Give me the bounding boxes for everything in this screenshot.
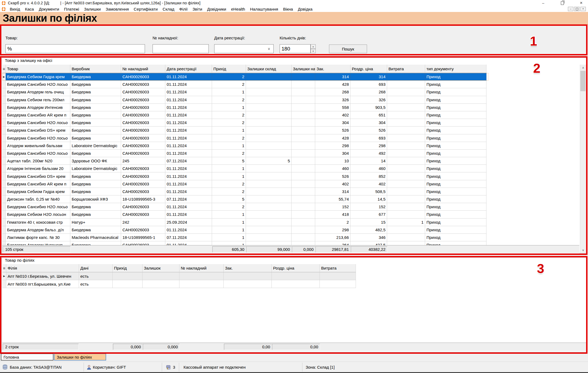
table-row[interactable]: Ацетал табл. 200мг N20Здоровье ООО ФК245… — [2, 157, 488, 165]
cell: 07.11.2024 — [165, 234, 212, 241]
column-header[interactable]: Прихід — [212, 65, 246, 73]
menu-item-13[interactable]: Налаштування — [248, 7, 281, 11]
cell: 298 — [350, 142, 387, 150]
table-row[interactable]: Биодерма Сансибио Н2О лосьоБиодермаСАН00… — [2, 119, 488, 127]
cell: САН00026003 — [121, 226, 165, 234]
menu-item-9[interactable]: Філії — [177, 7, 190, 11]
cell: Laboratoire Dermatologic — [70, 165, 121, 172]
column-header[interactable]: Витрата — [320, 264, 356, 272]
table-row[interactable]: Биодерма Себиом Н2О лосьонБиодермаСАН000… — [2, 211, 488, 218]
table-row[interactable]: Биодерма Атодерм гель очищБиодермаСАН000… — [2, 88, 488, 96]
tab-holovna[interactable]: Головна — [1, 353, 53, 361]
cell: 2 — [212, 203, 246, 211]
menu-item-11[interactable]: Довідники — [205, 7, 229, 11]
mdi-minimize-icon[interactable]: – — [568, 7, 573, 11]
menu-item-14[interactable]: Вікна — [281, 7, 296, 11]
menu-item-7[interactable]: Сертифікати — [131, 7, 160, 11]
cell — [272, 280, 320, 288]
menu-item-5[interactable]: Залишки — [82, 7, 103, 11]
mdi-close-icon[interactable]: × — [580, 7, 586, 11]
column-header[interactable]: Дані — [79, 264, 113, 272]
days-stepper[interactable] — [280, 44, 311, 53]
restore-icon[interactable] — [559, 1, 565, 5]
office-footer: 105 строк 605,30 99,000 0,000 29817,81 4… — [2, 245, 579, 253]
scroll-up-icon[interactable]: ∧ — [580, 65, 586, 71]
table-row[interactable]: Биодерма Атодерм бальз. д/лБиодермаСАН00… — [2, 226, 488, 234]
cell: 264 — [315, 241, 350, 245]
column-header[interactable]: Виробник — [70, 65, 121, 73]
table-row[interactable]: Биодерма Сансибио Н2О лосьоБиодермаСАН00… — [2, 81, 488, 88]
cell: 213,66 — [315, 234, 350, 241]
column-header[interactable]: № накладний — [121, 65, 165, 73]
table-row[interactable]: Биодерма Сансибио DS+ кремБиодермаСАН000… — [2, 172, 488, 180]
spin-down-icon[interactable]: ▼ — [311, 49, 316, 53]
column-header[interactable]: Філія — [6, 264, 79, 272]
cell: 304 — [315, 150, 350, 157]
table-row[interactable]: Биодерма Сансибио Н2О лосьоБиодермаСАН00… — [2, 134, 488, 142]
column-header[interactable]: Витрата — [387, 65, 425, 73]
table-row[interactable]: Биодерма Сансибио DS+ кремБиодермаСАН000… — [2, 127, 488, 134]
menu-item-2[interactable]: Каса — [23, 7, 36, 11]
cell: 2 — [212, 73, 246, 81]
cell: 01.11.2024 — [165, 96, 212, 104]
column-header[interactable]: Роздр. ціна — [350, 65, 387, 73]
table-row[interactable]: Биодерма Сансибио Н2О лосьоБиодермаСАН00… — [2, 203, 488, 211]
table-row[interactable]: Апт №003 пгт.Барышевка, ул.Киеесть — [2, 280, 356, 288]
menu-item-4[interactable]: Платежі — [62, 7, 82, 11]
menu-item-15[interactable]: Довідка — [295, 7, 315, 11]
table-row[interactable]: Дигоксин табл. 0,25 мг №40Борщаговский Х… — [2, 195, 488, 203]
table-row[interactable]: Биодерма Атодерм ИнтенсивБиодермаСАН0002… — [2, 104, 488, 111]
invoice-input[interactable] — [153, 44, 209, 53]
minimize-icon[interactable]: – — [540, 1, 546, 5]
window-title-doc: | - [Апт №003 смт.Баришівка, вул.Київськ… — [60, 1, 200, 5]
table-row[interactable]: Биодерма Атодерм ИнтенсивБиодермаСАН0002… — [2, 241, 488, 245]
column-header[interactable]: Роздр. ціна — [272, 264, 320, 272]
cell: Атодерм Інтенсив бальзам 20 — [6, 165, 70, 172]
cell: Лактимак форте капс. № 30 — [6, 234, 70, 241]
branch-total-zalishok: 0,000 — [143, 344, 180, 350]
table-row[interactable]: Биодерма Себиом гель 200млБиодермаСАН000… — [2, 96, 488, 104]
table-row[interactable]: Биодерма Сансибио AR крем пБиодермаСАН00… — [2, 111, 488, 119]
menu-item-6[interactable]: Замовлення — [103, 7, 131, 11]
date-label: Дата реестрації: — [214, 36, 245, 40]
column-header[interactable]: Залишки на — [292, 65, 315, 73]
scroll-down-icon[interactable]: ∨ — [580, 247, 586, 253]
spin-up-icon[interactable]: ▲ — [311, 44, 316, 49]
search-button[interactable]: Пошук — [329, 45, 367, 53]
menu-item-3[interactable]: Документи — [36, 7, 62, 11]
cell — [246, 188, 292, 195]
column-header[interactable]: Дата реестрації — [165, 65, 212, 73]
column-header[interactable]: Зак. — [224, 264, 272, 272]
table-row[interactable]: ▶Биодерма Себиом Гидра кремБиодермаСАН00… — [2, 73, 488, 81]
menu-item-8[interactable]: Склад — [160, 7, 177, 11]
column-header[interactable]: Зак. — [315, 65, 350, 73]
menu-item-10[interactable]: Звіти — [190, 7, 205, 11]
cell: 1 — [387, 219, 425, 226]
table-row[interactable]: Биодерма Сансибио Н2О лосьоБиодермаСАН00… — [2, 150, 488, 157]
close-icon[interactable]: × — [578, 0, 584, 6]
menu-item-1[interactable]: Вихід — [7, 7, 23, 11]
column-header[interactable]: Прихід — [113, 264, 143, 272]
column-header[interactable]: № накладний — [179, 264, 224, 272]
table-row[interactable]: Атодерм Інтенсив бальзам 20Laboratoire D… — [2, 165, 488, 172]
cell: 304 — [350, 119, 387, 127]
scrollbar-thumb[interactable] — [580, 71, 586, 91]
tab-zalyshky-po-filiiakh[interactable]: Залишки по філіях — [54, 353, 106, 361]
column-header[interactable]: Товар — [6, 65, 70, 73]
column-header[interactable]: Залишки склад — [246, 65, 292, 73]
chevron-down-icon[interactable]: ∨ — [268, 47, 270, 51]
column-header[interactable]: тип документу — [425, 65, 486, 73]
table-row[interactable]: ▶Апт №010 г.Березань, ул. Шевченесть — [2, 272, 356, 280]
product-input[interactable] — [5, 44, 145, 53]
table-row[interactable]: Биодерма Сансибио AR крем пБиодермаСАН00… — [2, 180, 488, 188]
column-header[interactable]: Залишок — [143, 264, 179, 272]
date-select[interactable]: ∨ — [214, 44, 274, 53]
office-scrollbar[interactable]: ∧ ∨ — [580, 65, 586, 253]
table-row[interactable]: Гематоген 40 г, кокосовая стрНатур+24225… — [2, 219, 488, 226]
cell: Приход — [425, 81, 486, 88]
menu-item-12[interactable]: eHealth — [229, 7, 248, 11]
table-row[interactable]: Биодерма Себиом Гидра кремБиодермаСАН000… — [2, 188, 488, 195]
table-row[interactable]: Атодерм живильний бальзамLaboratoire Der… — [2, 142, 488, 150]
mdi-restore-icon[interactable] — [574, 7, 580, 11]
table-row[interactable]: Лактимак форте капс. № 30Macleods Pharma… — [2, 234, 488, 241]
